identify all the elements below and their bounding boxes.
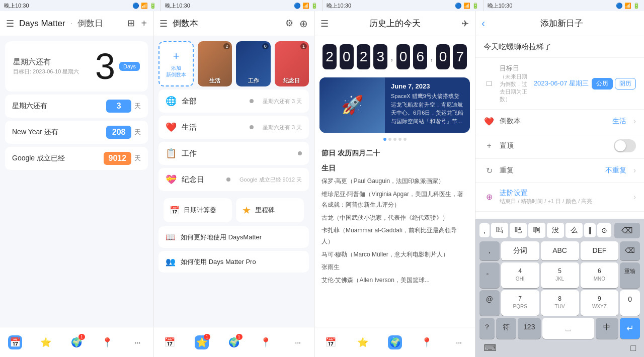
key-def[interactable]: DEF xyxy=(581,241,619,260)
key-9-wxyz[interactable]: 9WXYZ xyxy=(581,290,619,316)
suggestion-bar[interactable]: ‖ xyxy=(584,223,596,237)
nav-item-globe[interactable]: 🌍 1 xyxy=(69,335,84,349)
nav-item-calendar[interactable]: 📅 xyxy=(8,335,22,349)
dot-indicators xyxy=(314,138,475,141)
history-featured-card[interactable]: 🚀 June 7, 2023 SpaceX 猎鹰9号火箭搭载货运龙飞船发射升空，… xyxy=(319,77,470,133)
emoji-icon[interactable]: ⌨ xyxy=(484,342,497,353)
guide-pro-use[interactable]: 👥 如何使用 Days Matter Pro xyxy=(158,251,309,273)
suggestion-dot[interactable]: ⊙ xyxy=(597,223,611,237)
notebook-row[interactable]: ❤️ 倒数本 生活 › xyxy=(475,110,644,133)
key-space[interactable]: ⎵ xyxy=(542,318,594,339)
keyboard-settings-icon[interactable]: □ xyxy=(630,343,636,353)
countdown-list: 星期六还有 3 天 New Year 还有 208 天 Google 成立已经 … xyxy=(0,95,153,327)
panel3-menu-icon[interactable]: ☰ xyxy=(320,18,329,29)
suggestion-me[interactable]: 么 xyxy=(566,223,583,238)
list-item[interactable]: 星期六还有 3 天 xyxy=(5,95,148,118)
nav3-calendar[interactable]: 📅 xyxy=(324,335,338,349)
notebook-label: 倒数本 xyxy=(500,117,607,126)
nav-item-pin[interactable]: 📍 xyxy=(100,335,114,349)
festival-label: 節日 农历四月二十 xyxy=(319,145,470,160)
key-chinese[interactable]: 中 xyxy=(596,318,619,339)
key-delete[interactable]: ⌫ xyxy=(620,241,640,260)
book-card-anniversary[interactable]: 1 纪念日 xyxy=(275,41,309,86)
key-123[interactable]: 123 xyxy=(518,318,541,339)
cat-life-name: 生活 xyxy=(182,123,245,132)
status-bar-3: 晚上10:30 🔵📶🔋 xyxy=(323,0,484,11)
suggestion-ba[interactable]: 吧 xyxy=(510,223,527,238)
category-all[interactable]: 🌐 全部 星期六还有 3 天 xyxy=(158,90,309,113)
nav2-star[interactable]: ⭐ 1 xyxy=(195,335,209,349)
category-anniversary[interactable]: 💝 纪念日 Google 成立已经 9012 天 xyxy=(158,168,309,191)
status-bars: 晚上10:30 🔵 📶 🔋 晚上10:30 🔵📶🔋 晚上10:30 🔵📶🔋 晚上… xyxy=(0,0,644,11)
key-4-ghi[interactable]: 4GHI xyxy=(501,262,539,288)
suggestion-comma[interactable]: , xyxy=(479,223,490,237)
nav2-calendar[interactable]: 📅 xyxy=(163,335,177,349)
header-icons: ⊞ + xyxy=(127,18,147,29)
menu-icon[interactable]: ☰ xyxy=(6,18,14,29)
add-icon[interactable]: + xyxy=(141,18,147,29)
key-5-jkl[interactable]: 5JKL xyxy=(541,262,579,288)
book-card-life[interactable]: 2 生活 xyxy=(198,41,232,86)
key-6-mno[interactable]: 6MNO xyxy=(581,262,619,288)
key-reset[interactable]: 重输 xyxy=(620,262,640,288)
key-7-pqrs[interactable]: 7PQRS xyxy=(501,290,539,316)
tool-date-calc[interactable]: 📅 日期计算器 xyxy=(164,198,232,222)
panel2-menu-icon[interactable]: ☰ xyxy=(159,18,168,29)
key-chinese-comma[interactable]: ， xyxy=(479,241,500,260)
title-input[interactable] xyxy=(484,43,636,51)
key-period[interactable]: 。 xyxy=(479,262,500,288)
guide-better-label: 如何更好地使用 DaysMatter xyxy=(181,233,262,242)
nav-item-more[interactable]: ··· xyxy=(131,335,145,349)
nav-item-star[interactable]: ⭐ xyxy=(39,335,53,349)
share-icon[interactable]: ✈ xyxy=(461,18,469,29)
book-card-work[interactable]: 0 工作 xyxy=(236,41,270,86)
category-life[interactable]: ❤️ 生活 星期六还有 3 天 xyxy=(158,116,309,139)
advanced-row[interactable]: ⊕ 进阶设置 结束日 / 精确时间 / +1 日 / 颜色 / 高亮 › xyxy=(475,183,644,212)
pin-top-row[interactable]: + 置顶 xyxy=(475,133,644,159)
repeat-row[interactable]: ↻ 重复 不重复 › xyxy=(475,159,644,183)
add-book-button[interactable]: + 添加新倒数本 xyxy=(158,41,194,86)
key-fenci[interactable]: 分词 xyxy=(501,241,539,260)
key-abc[interactable]: ABC xyxy=(541,241,579,260)
nav3-star[interactable]: ⭐ xyxy=(356,335,370,349)
key-0[interactable]: 0 xyxy=(620,290,640,316)
list-item[interactable]: New Year 还有 208 天 xyxy=(5,121,148,144)
person-muller: 马可·穆勒（Marco Müller，意大利电影制片人） xyxy=(319,248,470,261)
settings-icon[interactable]: ⚙ xyxy=(285,18,293,30)
panel-notebooks: ☰ 倒数本 ⚙ ⊕ + 添加新倒数本 2 生活 0 工作 xyxy=(153,11,314,357)
key-8-tuv[interactable]: 8TUV xyxy=(541,290,579,316)
list-item[interactable]: Google 成立已经 9012 天 xyxy=(5,147,148,170)
nav3-more[interactable]: ··· xyxy=(452,335,466,349)
back-button[interactable]: ‹ xyxy=(481,17,485,30)
delete-key[interactable]: ⌫ xyxy=(614,223,640,238)
calendar-solar-btn[interactable]: 公历 xyxy=(592,78,613,90)
suggestion-a[interactable]: 啊 xyxy=(528,223,545,238)
kb-row-1: ， 分词 ABC DEF ⌫ xyxy=(477,240,642,261)
nav2-more[interactable]: ··· xyxy=(291,335,305,349)
category-work[interactable]: 📋 工作 xyxy=(158,142,309,165)
key-at[interactable]: @ xyxy=(479,290,500,316)
advanced-arrow: › xyxy=(633,193,636,202)
suggestion-mei[interactable]: 没 xyxy=(547,223,564,238)
key-return[interactable]: ↵ xyxy=(620,318,640,339)
suggestion-ma[interactable]: 吗 xyxy=(491,223,508,238)
nav3-pin[interactable]: 📍 xyxy=(420,335,434,349)
key-question[interactable]: ？ xyxy=(479,318,495,339)
grid-icon[interactable]: ⊞ xyxy=(127,18,135,29)
status-bar-4: 晚上10:30 🔵📶🔋 xyxy=(484,0,644,11)
target-date-row[interactable]: □ 目标日 （未来日期为倒数，过去日期为正数） 2023-06-07 星期三 公… xyxy=(475,58,644,110)
tool-milestone[interactable]: ★ 里程碑 xyxy=(236,198,304,222)
key-symbols[interactable]: 符 xyxy=(496,318,516,339)
panel1-dot: · xyxy=(70,19,72,28)
calendar-lunar-btn[interactable]: 阴历 xyxy=(615,78,636,90)
person-gulong: 古龙（中国武侠小说家，代表作《绝代双骄》） xyxy=(319,212,470,225)
pin-toggle[interactable] xyxy=(614,139,636,152)
guide-better-use[interactable]: 📖 如何更好地使用 DaysMatter xyxy=(158,226,309,248)
repeat-arrow: › xyxy=(633,166,636,175)
guide-book-icon: 📖 xyxy=(166,232,176,242)
nav2-pin[interactable]: 📍 xyxy=(259,335,273,349)
nav2-globe[interactable]: 🌍 1 xyxy=(227,335,241,349)
nav3-globe[interactable]: 🌍 xyxy=(388,335,402,349)
add-notebook-icon[interactable]: ⊕ xyxy=(299,18,308,30)
hero-title: 星期六还有 xyxy=(13,57,95,67)
